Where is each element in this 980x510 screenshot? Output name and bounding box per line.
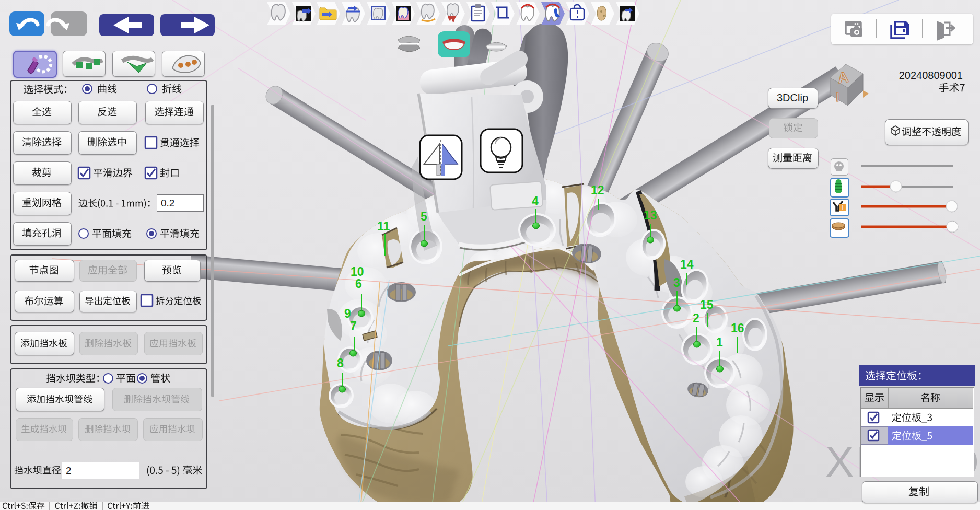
svg-text:I: I bbox=[836, 90, 839, 104]
svg-text:上: 上 bbox=[840, 204, 846, 211]
svg-text:A: A bbox=[837, 69, 849, 87]
svg-text:3DClip: 3DClip bbox=[777, 92, 808, 103]
svg-text:2: 2 bbox=[66, 465, 72, 476]
svg-text:20240809001: 20240809001 bbox=[899, 69, 963, 81]
svg-text:0.2: 0.2 bbox=[161, 198, 174, 208]
